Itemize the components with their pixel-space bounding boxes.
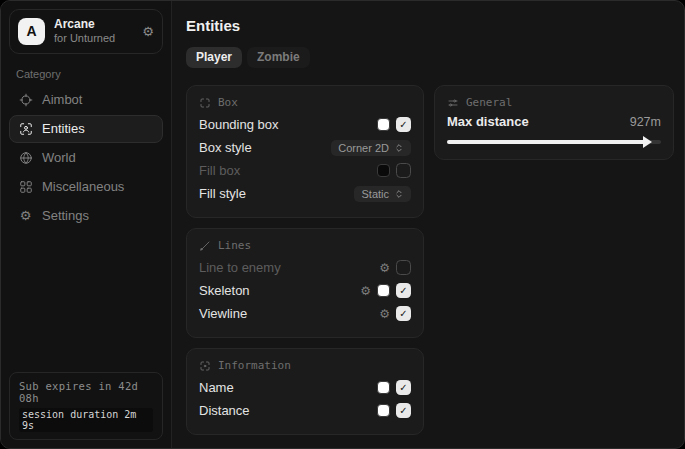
general-card: General Max distance 927m: [434, 85, 674, 160]
setting-row-fill-box: Fill box: [199, 159, 411, 182]
setting-row-line-to-enemy: Line to enemy ⚙: [199, 256, 411, 279]
category-label: Category: [16, 68, 163, 80]
tab-zombie[interactable]: Zombie: [247, 47, 310, 68]
app-logo: A: [18, 18, 45, 45]
sidebar-item-label: Miscellaneous: [42, 179, 124, 194]
sub-expires-text: Sub expires in 42d 08h: [19, 380, 153, 404]
sidebar-item-label: Entities: [42, 121, 85, 136]
sidebar-item-world[interactable]: World: [9, 144, 163, 172]
sidebar-item-aimbot[interactable]: Aimbot: [9, 86, 163, 114]
box-corners-icon: [199, 97, 211, 109]
information-scan-icon: [199, 360, 211, 372]
color-swatch[interactable]: [377, 381, 390, 394]
subscription-card: Sub expires in 42d 08h session duration …: [9, 372, 163, 440]
grid-icon: [18, 179, 33, 194]
setting-row-box-style: Box style Corner 2D: [199, 136, 411, 159]
sidebar-item-label: World: [42, 150, 76, 165]
app-subtitle: for Unturned: [54, 32, 133, 46]
setting-row-fill-style: Fill style Static: [199, 182, 411, 205]
fill-style-dropdown[interactable]: Static: [354, 186, 411, 202]
name-checkbox[interactable]: ✓: [396, 380, 411, 395]
crosshair-icon: [18, 92, 33, 107]
lines-card: Lines Line to enemy ⚙ Skeleton ⚙ ✓: [186, 228, 424, 338]
fill-box-checkbox[interactable]: [396, 163, 411, 178]
setting-row-name: Name ✓: [199, 376, 411, 399]
card-title: Box: [218, 96, 238, 109]
sliders-icon: [447, 97, 459, 109]
session-duration-text: session duration 2m 9s: [19, 408, 153, 432]
row-gear-icon[interactable]: ⚙: [379, 262, 390, 274]
diagonal-line-icon: [199, 240, 211, 252]
tab-player[interactable]: Player: [186, 47, 242, 68]
box-style-dropdown[interactable]: Corner 2D: [331, 140, 411, 156]
bounding-box-checkbox[interactable]: ✓: [396, 117, 411, 132]
logo-card: A Arcane for Unturned ⚙: [9, 9, 163, 54]
setting-row-bounding-box: Bounding box ✓: [199, 113, 411, 136]
entities-scan-icon: [18, 121, 33, 136]
app-title: Arcane: [54, 17, 133, 32]
row-gear-icon[interactable]: ⚙: [379, 308, 390, 320]
card-title: General: [466, 96, 512, 109]
setting-row-skeleton: Skeleton ⚙ ✓: [199, 279, 411, 302]
box-card: Box Bounding box ✓ Box style Corner 2D: [186, 85, 424, 218]
setting-row-viewline: Viewline ⚙ ✓: [199, 302, 411, 325]
max-distance-value: 927m: [630, 115, 661, 129]
max-distance-label: Max distance: [447, 114, 630, 129]
app-window: A Arcane for Unturned ⚙ Category Aimbot …: [0, 0, 685, 449]
information-card: Information Name ✓ Distance ✓: [186, 348, 424, 435]
color-swatch[interactable]: [377, 284, 390, 297]
settings-gear-icon[interactable]: ⚙: [142, 24, 154, 39]
unfold-icon: [394, 189, 404, 199]
skeleton-checkbox[interactable]: ✓: [396, 283, 411, 298]
distance-checkbox[interactable]: ✓: [396, 403, 411, 418]
max-distance-slider[interactable]: [447, 137, 661, 147]
globe-icon: [18, 150, 33, 165]
main-panel: Entities Player Zombie Box Bounding box …: [172, 1, 685, 448]
viewline-checkbox[interactable]: ✓: [396, 306, 411, 321]
card-title: Lines: [218, 239, 251, 252]
sidebar: A Arcane for Unturned ⚙ Category Aimbot …: [1, 1, 172, 448]
sidebar-item-label: Aimbot: [42, 92, 82, 107]
unfold-icon: [394, 143, 404, 153]
color-swatch[interactable]: [377, 164, 390, 177]
card-title: Information: [218, 359, 291, 372]
color-swatch[interactable]: [377, 404, 390, 417]
page-title: Entities: [186, 17, 674, 34]
slider-thumb[interactable]: [643, 136, 652, 148]
max-distance-slider-fill: [447, 140, 645, 144]
sidebar-item-settings[interactable]: ⚙ Settings: [9, 202, 163, 230]
line-to-enemy-checkbox[interactable]: [396, 260, 411, 275]
sidebar-item-entities[interactable]: Entities: [9, 115, 163, 143]
setting-row-distance: Distance ✓: [199, 399, 411, 422]
color-swatch[interactable]: [377, 118, 390, 131]
tab-bar: Player Zombie: [186, 47, 674, 68]
row-gear-icon[interactable]: ⚙: [360, 285, 371, 297]
gear-icon: ⚙: [18, 208, 33, 223]
sidebar-item-miscellaneous[interactable]: Miscellaneous: [9, 173, 163, 201]
max-distance-row: Max distance 927m: [447, 114, 661, 129]
sidebar-item-label: Settings: [42, 208, 89, 223]
